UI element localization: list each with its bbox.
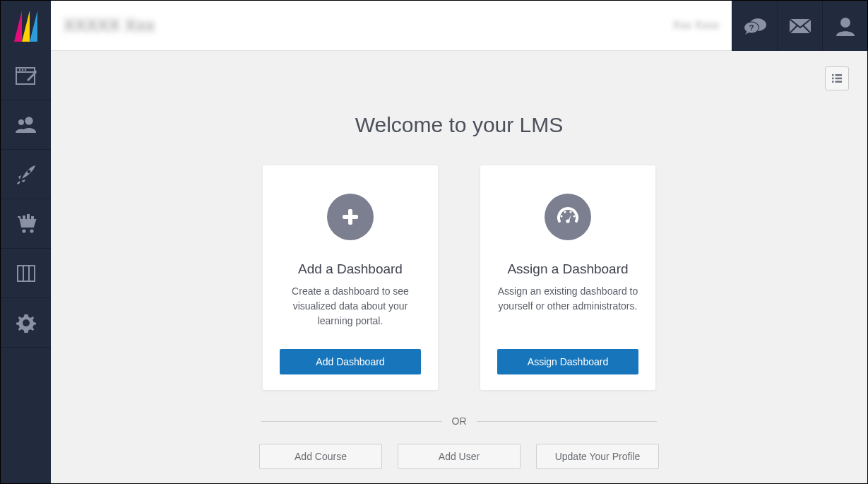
svg-point-44 <box>566 219 569 223</box>
card-assign-dashboard: Assign a Dashboard Assign an existing da… <box>480 165 655 390</box>
or-divider: OR <box>261 415 657 427</box>
sidebar-item-columns[interactable] <box>1 249 51 298</box>
svg-marker-1 <box>22 11 30 42</box>
svg-marker-2 <box>30 11 37 42</box>
svg-point-21 <box>25 117 32 124</box>
svg-rect-25 <box>23 216 25 219</box>
columns-icon <box>17 265 35 282</box>
svg-rect-39 <box>343 215 358 219</box>
card-assign-title: Assign a Dashboard <box>507 261 628 277</box>
update-profile-button[interactable]: Update Your Profile <box>536 444 659 469</box>
svg-rect-37 <box>836 81 843 83</box>
svg-rect-35 <box>836 78 843 80</box>
divider-line-right <box>477 421 658 422</box>
sidebar-item-edit[interactable] <box>1 51 51 100</box>
svg-rect-33 <box>836 74 843 76</box>
svg-point-16 <box>24 69 26 71</box>
svg-rect-36 <box>832 81 834 83</box>
help-chat-icon: ? <box>743 17 767 35</box>
sidebar-item-cart[interactable] <box>1 199 51 249</box>
sidebar-item-rocket[interactable] <box>1 150 51 199</box>
svg-point-41 <box>564 211 566 213</box>
svg-point-14 <box>18 69 20 71</box>
card-add-desc: Create a dashboard to see visualized dat… <box>278 284 422 329</box>
list-icon <box>832 73 842 83</box>
edit-page-icon <box>16 66 37 85</box>
plus-icon <box>340 207 360 227</box>
profile-icon <box>836 16 855 36</box>
svg-point-31 <box>23 319 30 326</box>
profile-button[interactable] <box>822 1 867 51</box>
gear-icon <box>16 313 36 333</box>
mail-icon <box>790 19 811 33</box>
svg-text:?: ? <box>749 23 754 32</box>
add-dashboard-button[interactable]: Add Dashboard <box>280 349 421 374</box>
add-course-button[interactable]: Add Course <box>259 444 382 469</box>
cards-row: Add a Dashboard Create a dashboard to se… <box>68 165 850 390</box>
sidebar-item-users[interactable] <box>1 100 51 150</box>
svg-rect-34 <box>832 78 834 80</box>
svg-point-24 <box>30 229 33 232</box>
svg-point-22 <box>27 170 30 173</box>
svg-point-15 <box>21 69 23 71</box>
svg-point-23 <box>22 229 25 232</box>
assign-dashboard-button[interactable]: Assign Dashboard <box>497 349 638 374</box>
header-title-blur: XXXXX Xxx <box>64 16 155 35</box>
top-bar: XXXXX Xxx Xxx Xxxx ? <box>1 1 867 51</box>
rocket-icon <box>16 164 37 185</box>
svg-point-42 <box>569 211 571 213</box>
logo[interactable] <box>1 1 51 51</box>
svg-point-40 <box>560 215 562 217</box>
cart-icon <box>16 214 37 234</box>
svg-point-11 <box>840 18 850 28</box>
gauge-circle-icon <box>545 194 591 240</box>
or-label: OR <box>452 415 467 427</box>
card-add-dashboard: Add a Dashboard Create a dashboard to se… <box>263 165 438 390</box>
layout-row: Welcome to your LMS Add a Dashboard Crea… <box>1 51 867 484</box>
top-right-icons: ? <box>732 1 867 51</box>
content-area: Welcome to your LMS Add a Dashboard Crea… <box>51 51 867 484</box>
svg-rect-28 <box>18 266 35 281</box>
svg-point-20 <box>18 119 24 125</box>
svg-rect-27 <box>31 216 34 219</box>
mail-button[interactable] <box>777 1 822 51</box>
secondary-buttons-row: Add Course Add User Update Your Profile <box>68 444 850 469</box>
divider-line-left <box>261 421 442 422</box>
card-assign-desc: Assign an existing dashboard to yourself… <box>496 284 640 329</box>
users-icon <box>15 116 37 134</box>
header-main: XXXXX Xxx Xxx Xxxx <box>51 1 732 51</box>
gauge-icon <box>555 204 581 230</box>
svg-point-43 <box>573 215 575 217</box>
svg-rect-26 <box>27 214 30 219</box>
sidebar-item-settings[interactable] <box>1 298 51 348</box>
header-right-blur: Xxx Xxxx <box>672 19 719 32</box>
logo-icon <box>14 11 38 42</box>
card-add-title: Add a Dashboard <box>298 261 403 277</box>
page-title: Welcome to your LMS <box>68 113 850 137</box>
list-view-toggle[interactable] <box>825 66 849 90</box>
svg-marker-0 <box>14 11 22 42</box>
sidebar <box>1 51 51 484</box>
add-user-button[interactable]: Add User <box>398 444 521 469</box>
plus-circle-icon <box>327 194 374 240</box>
svg-rect-32 <box>832 74 834 76</box>
help-chat-button[interactable]: ? <box>732 1 777 51</box>
